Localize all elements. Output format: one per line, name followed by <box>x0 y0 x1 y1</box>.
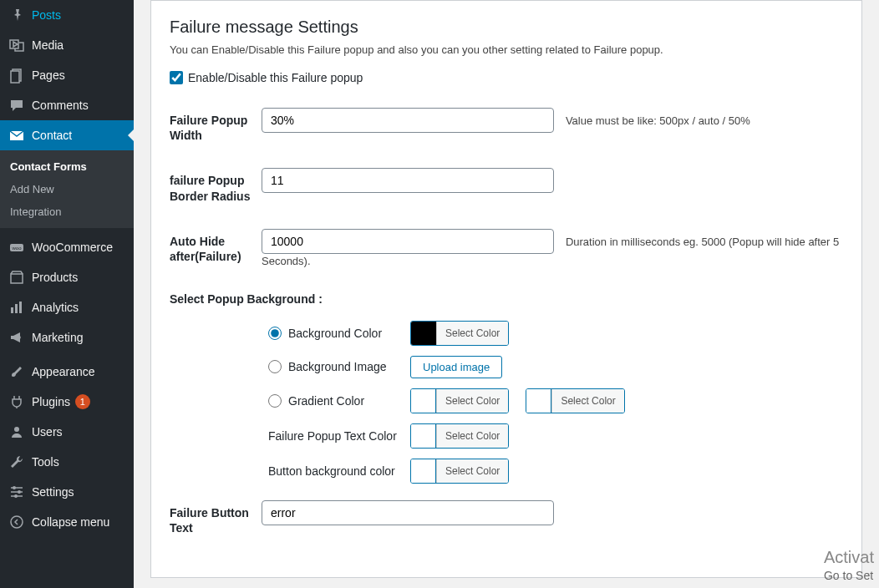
enable-popup-label: Enable/Disable this Failure popup <box>188 71 363 84</box>
button-bg-label: Button background color <box>268 464 410 478</box>
menu-label: Users <box>32 425 63 438</box>
submenu-integration[interactable]: Integration <box>0 200 134 223</box>
button-bg-swatch <box>411 459 436 484</box>
watermark-line1: Activat <box>824 546 874 568</box>
svg-point-11 <box>18 490 21 494</box>
products-icon <box>8 269 25 286</box>
svg-point-9 <box>14 427 19 432</box>
woocommerce-icon: woo <box>8 239 25 256</box>
pushpin-icon <box>8 7 25 23</box>
submenu-contact-forms[interactable]: Contact Forms <box>0 155 134 178</box>
pages-icon <box>8 67 25 84</box>
text-color-swatch <box>411 423 436 449</box>
button-text-label: Failure Button Text <box>170 500 262 535</box>
sidebar-item-analytics[interactable]: Analytics <box>0 292 134 322</box>
sidebar-item-comments[interactable]: Comments <box>0 90 134 120</box>
bg-section-heading: Select Popup Background : <box>170 292 843 306</box>
menu-label: Pages <box>32 68 65 82</box>
menu-label: Marketing <box>32 331 83 344</box>
settings-panel: Failure message Settings You can Enable/… <box>150 0 862 578</box>
main-content: Failure message Settings You can Enable/… <box>134 0 879 588</box>
sidebar-item-woocommerce[interactable]: woo WooCommerce <box>0 232 134 262</box>
bg-image-radio[interactable] <box>268 360 282 373</box>
enable-popup-checkbox[interactable] <box>170 71 183 84</box>
menu-label: Posts <box>32 8 61 22</box>
menu-label: Analytics <box>32 301 79 314</box>
collapse-icon <box>8 514 25 530</box>
radius-label: failure Popup Border Radius <box>170 168 262 203</box>
users-icon <box>8 423 25 440</box>
menu-label: Contact <box>32 129 72 142</box>
submenu-contact: Contact Forms Add New Integration <box>0 150 134 228</box>
gradient-color1-picker[interactable]: Select Color <box>410 388 509 413</box>
button-bg-picker[interactable]: Select Color <box>410 459 509 484</box>
svg-rect-5 <box>11 274 23 283</box>
svg-point-10 <box>13 486 16 489</box>
sidebar-item-plugins[interactable]: Plugins 1 <box>0 387 134 417</box>
bg-color-select-button[interactable]: Select Color <box>436 321 508 346</box>
menu-label: Collapse menu <box>32 515 109 529</box>
brush-icon <box>8 363 25 380</box>
menu-label: Products <box>32 271 78 284</box>
sidebar-item-collapse[interactable]: Collapse menu <box>0 507 134 537</box>
page-description: You can Enable/Disable this Failure popu… <box>170 43 843 56</box>
media-icon <box>8 37 25 53</box>
button-text-input[interactable] <box>262 500 554 525</box>
admin-sidebar: Posts Media Pages Comments Contact Conta… <box>0 0 134 588</box>
svg-point-13 <box>11 516 23 528</box>
comments-icon <box>8 97 25 114</box>
text-color-label: Failure Popup Text Color <box>268 429 410 443</box>
bg-image-radio-label: Background Image <box>288 360 387 373</box>
megaphone-icon <box>8 329 25 346</box>
submenu-add-new[interactable]: Add New <box>0 178 134 200</box>
sidebar-item-tools[interactable]: Tools <box>0 447 134 477</box>
windows-watermark: Activat Go to Set <box>824 546 874 583</box>
menu-label: Appearance <box>32 365 95 378</box>
bg-color-picker[interactable]: Select Color <box>410 321 509 346</box>
text-color-picker[interactable]: Select Color <box>410 423 509 449</box>
gradient-color1-select-button[interactable]: Select Color <box>436 388 508 413</box>
plugins-update-badge: 1 <box>75 394 90 409</box>
page-title: Failure message Settings <box>170 18 843 37</box>
menu-label: Tools <box>32 455 59 469</box>
sidebar-item-settings[interactable]: Settings <box>0 477 134 507</box>
radius-input[interactable] <box>262 168 554 193</box>
plug-icon <box>8 393 25 410</box>
menu-label: Settings <box>32 485 74 499</box>
menu-label: WooCommerce <box>32 241 113 254</box>
width-label: Failure Popup Width <box>170 108 262 143</box>
sidebar-item-appearance[interactable]: Appearance <box>0 357 134 387</box>
gradient-color2-select-button[interactable]: Select Color <box>551 388 623 413</box>
sidebar-item-marketing[interactable]: Marketing <box>0 322 134 352</box>
svg-text:woo: woo <box>11 246 22 251</box>
sidebar-item-media[interactable]: Media <box>0 30 134 60</box>
sidebar-item-users[interactable]: Users <box>0 417 134 447</box>
svg-rect-1 <box>11 71 19 83</box>
sidebar-item-contact[interactable]: Contact <box>0 120 134 150</box>
gradient-color1-swatch <box>411 388 436 413</box>
menu-label: Media <box>32 38 64 52</box>
svg-rect-8 <box>19 302 22 313</box>
button-bg-select-button[interactable]: Select Color <box>436 459 508 484</box>
autohide-input[interactable] <box>262 229 554 254</box>
sidebar-item-pages[interactable]: Pages <box>0 60 134 90</box>
bg-color-swatch <box>411 321 436 346</box>
svg-rect-6 <box>11 307 13 313</box>
width-input[interactable] <box>262 108 554 133</box>
sidebar-item-posts[interactable]: Posts <box>0 0 134 30</box>
gradient-radio-label: Gradient Color <box>288 394 364 408</box>
wrench-icon <box>8 454 25 470</box>
sliders-icon <box>8 484 25 500</box>
gradient-color2-picker[interactable]: Select Color <box>526 388 624 413</box>
watermark-line2: Go to Set <box>824 568 874 583</box>
menu-label: Plugins <box>32 395 70 408</box>
text-color-select-button[interactable]: Select Color <box>436 423 508 449</box>
analytics-icon <box>8 299 25 316</box>
gradient-radio[interactable] <box>268 394 282 408</box>
autohide-label: Auto Hide after(Failure) <box>170 229 262 264</box>
svg-point-12 <box>14 494 18 498</box>
sidebar-item-products[interactable]: Products <box>0 262 134 292</box>
menu-label: Comments <box>32 99 89 112</box>
bg-color-radio[interactable] <box>268 327 282 340</box>
upload-image-button[interactable]: Upload image <box>410 356 502 378</box>
